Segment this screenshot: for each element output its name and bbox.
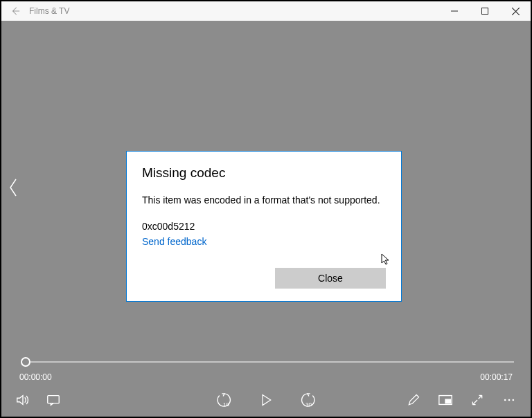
edit-button[interactable] [406, 392, 421, 408]
skip-forward-label: 30 [305, 401, 312, 408]
fullscreen-button[interactable] [470, 392, 485, 408]
back-button[interactable] [1, 6, 29, 16]
skip-back-button[interactable]: 10 [217, 392, 232, 408]
previous-button[interactable] [3, 167, 24, 208]
maximize-button[interactable] [470, 1, 500, 21]
svg-rect-1 [48, 396, 60, 403]
window-controls [439, 1, 531, 21]
subtitles-button[interactable] [46, 392, 61, 408]
more-options-button[interactable] [502, 392, 517, 408]
minimize-button[interactable] [439, 1, 470, 21]
close-window-button[interactable] [500, 1, 531, 21]
send-feedback-link[interactable]: Send feedback [142, 236, 386, 247]
play-button[interactable] [258, 392, 274, 408]
titlebar: Films & TV [1, 1, 531, 21]
error-dialog: Missing codec This item was encoded in a… [126, 151, 402, 302]
svg-point-5 [508, 399, 511, 401]
app-title: Films & TV [29, 6, 69, 16]
app-window: Films & TV Missing codec This item was e… [1, 1, 531, 417]
seek-bar[interactable]: 00:00:00 00:00:17 [18, 358, 514, 379]
player-controls: 00:00:00 00:00:17 [1, 354, 531, 417]
seek-thumb[interactable] [21, 357, 30, 367]
mini-view-button[interactable] [438, 392, 453, 408]
dialog-message: This item was encoded in a format that's… [142, 194, 386, 206]
video-area: Missing codec This item was encoded in a… [1, 21, 531, 354]
control-buttons: 10 30 [1, 388, 531, 412]
close-button[interactable]: Close [275, 268, 386, 289]
svg-point-6 [513, 399, 515, 401]
error-code: 0xc00d5212 [142, 221, 386, 232]
skip-back-label: 10 [223, 401, 229, 408]
svg-rect-0 [482, 8, 488, 15]
svg-point-4 [504, 399, 506, 401]
total-time: 00:00:17 [480, 372, 513, 382]
svg-rect-3 [445, 399, 450, 403]
dialog-heading: Missing codec [142, 165, 386, 181]
current-time: 00:00:00 [19, 372, 52, 382]
seek-track [25, 361, 514, 363]
volume-button[interactable] [15, 392, 30, 408]
skip-forward-button[interactable]: 30 [300, 392, 315, 408]
